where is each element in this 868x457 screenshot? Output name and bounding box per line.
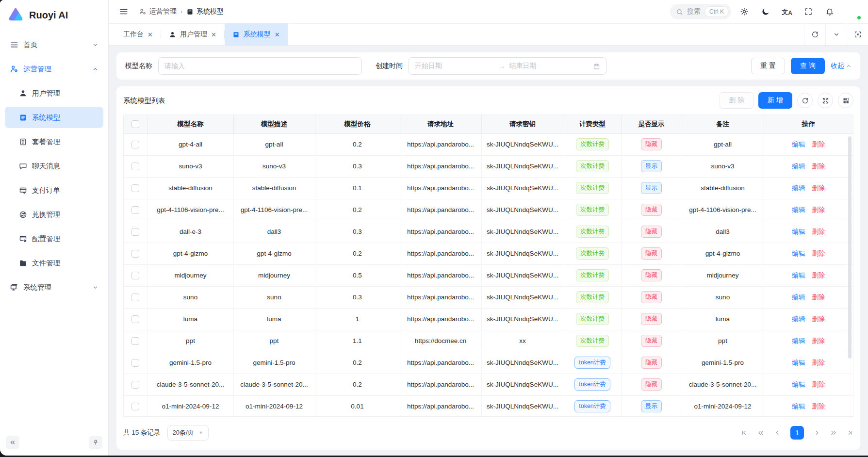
breadcrumb-operations[interactable]: 运营管理 [139,7,177,16]
sidebar-item-home[interactable]: 首页 [5,34,103,55]
close-icon[interactable]: ✕ [275,32,280,38]
add-button[interactable]: 新 增 [758,92,792,109]
cell-visible: 隐藏 [621,352,682,374]
row-checkbox[interactable] [131,206,139,214]
jump-back-button[interactable] [757,429,764,436]
header-checkbox-cell [124,115,147,133]
pin-icon[interactable] [89,436,102,449]
translate-icon[interactable]: 文A [779,3,795,20]
edit-link[interactable]: 编辑 [792,337,805,344]
delete-link[interactable]: 删除 [812,141,825,148]
edit-link[interactable]: 编辑 [792,228,805,235]
page-size-select[interactable]: 20条/页 ▼ [167,425,209,441]
delete-link[interactable]: 删除 [812,315,825,323]
dark-mode-moon-icon[interactable] [757,3,774,20]
prev-page-button[interactable] [774,429,781,436]
jump-forward-button[interactable] [830,429,837,436]
edit-link[interactable]: 编辑 [792,184,805,192]
refresh-icon[interactable] [804,24,825,45]
sidebar-item-user-mgmt[interactable]: 用户管理 [5,82,103,104]
user-avatar[interactable] [845,3,861,20]
sidebar-collapse-button[interactable] [6,436,19,449]
delete-link[interactable]: 删除 [812,403,825,410]
row-checkbox[interactable] [131,184,139,192]
delete-link[interactable]: 删除 [812,163,825,170]
hamburger-menu-icon[interactable] [115,3,132,20]
sidebar-item-redeem-mgmt[interactable]: 兑换管理 [5,204,103,225]
collapse-filter-link[interactable]: 收起 [831,62,852,70]
cell-request-url: https://api.pandarobo... [400,177,481,199]
column-settings-icon[interactable] [838,93,853,108]
end-date-input[interactable]: 结束日期 [509,62,590,70]
delete-link[interactable]: 删除 [812,272,825,279]
sidebar-item-operations[interactable]: 运营管理 [5,58,103,80]
page-number-current[interactable]: 1 [790,426,804,440]
date-range-picker[interactable]: 开始日期 → 结束日期 [409,57,606,75]
next-page-button[interactable] [814,429,820,436]
notifications-bell-icon[interactable] [821,3,838,20]
edit-link[interactable]: 编辑 [792,141,805,148]
close-icon[interactable]: ✕ [147,32,153,38]
row-checkbox[interactable] [131,315,139,323]
edit-link[interactable]: 编辑 [792,272,805,279]
model-name-input[interactable] [158,57,362,75]
row-checkbox[interactable] [131,250,139,258]
edit-link[interactable]: 编辑 [792,359,805,366]
cell-visible: 显示 [621,177,682,199]
edit-link[interactable]: 编辑 [792,250,805,257]
global-search[interactable]: 搜索 Ctrl K [670,4,731,19]
first-page-button[interactable] [741,429,748,436]
sidebar-item-chat-messages[interactable]: 聊天消息 [5,155,103,177]
table-refresh-icon[interactable] [797,93,813,108]
delete-link[interactable]: 删除 [812,359,825,366]
sidebar-item-package-mgmt[interactable]: 套餐管理 [5,131,103,152]
row-checkbox[interactable] [131,381,139,389]
edit-link[interactable]: 编辑 [792,315,805,323]
settings-gear-icon[interactable] [736,3,753,20]
logo-row[interactable]: Ruoyi AI [0,0,108,30]
delete-link[interactable]: 删除 [812,337,825,344]
row-checkbox[interactable] [131,337,139,345]
fullscreen-icon[interactable] [800,3,817,20]
delete-link[interactable]: 删除 [812,206,825,213]
row-checkbox[interactable] [131,294,139,301]
table-scrollbar[interactable] [848,136,852,359]
tab-system-model[interactable]: 系统模型 ✕ [225,23,288,46]
table-fullscreen-icon[interactable] [818,93,833,108]
delete-link[interactable]: 删除 [812,228,825,235]
delete-button[interactable]: 删 除 [720,92,753,109]
search-button[interactable]: 查 询 [791,58,825,74]
row-checkbox[interactable] [131,403,139,410]
tab-user-mgmt[interactable]: 用户管理 ✕ [161,24,224,45]
edit-link[interactable]: 编辑 [792,206,805,213]
start-date-input[interactable]: 开始日期 [415,62,495,70]
edit-link[interactable]: 编辑 [792,294,805,301]
close-icon[interactable]: ✕ [211,32,216,38]
edit-link[interactable]: 编辑 [792,403,805,410]
reset-button[interactable]: 重 置 [751,58,785,74]
row-checkbox[interactable] [131,163,139,170]
breadcrumb-system-model[interactable]: 系统模型 [186,7,224,16]
delete-link[interactable]: 删除 [812,250,825,257]
tab-workbench[interactable]: 工作台 ✕ [115,24,161,45]
visibility-badge: 显示 [641,182,662,194]
content-fullscreen-icon[interactable] [847,24,868,45]
chevron-down-icon[interactable] [825,24,847,45]
edit-link[interactable]: 编辑 [792,381,805,388]
row-checkbox[interactable] [131,141,139,148]
delete-link[interactable]: 删除 [812,184,825,192]
select-all-checkbox[interactable] [131,120,139,128]
sidebar-item-system-mgmt[interactable]: 系统管理 [5,277,103,298]
sidebar-item-system-model[interactable]: 系统模型 [5,107,103,128]
sidebar-item-pay-orders[interactable]: 支付订单 [5,180,103,201]
sidebar-item-config-mgmt[interactable]: 配置管理 [5,228,103,249]
last-page-button[interactable] [847,429,853,436]
delete-link[interactable]: 删除 [812,381,825,388]
sidebar-item-file-mgmt[interactable]: 文件管理 [5,252,103,274]
row-checkbox[interactable] [131,359,139,367]
row-checkbox[interactable] [131,272,139,279]
visibility-badge: 隐藏 [641,313,662,325]
edit-link[interactable]: 编辑 [792,163,805,170]
row-checkbox[interactable] [131,228,139,236]
delete-link[interactable]: 删除 [812,294,825,301]
